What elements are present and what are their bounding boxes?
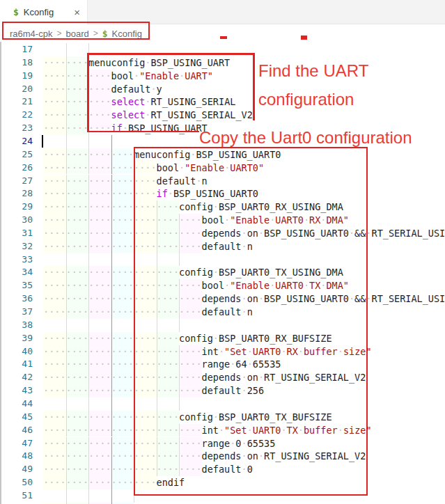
code-line[interactable]: 20············default·y (0, 83, 445, 96)
line-number: 25 (0, 148, 33, 162)
code-text: ············if·BSP_USING_UART (43, 122, 208, 135)
vscode-window: $ Kconfig × ra6m4-cpk > board > $ Kconfi… (0, 0, 445, 504)
close-tab-icon[interactable]: × (74, 7, 80, 17)
line-number: 22 (0, 109, 33, 122)
annotation-text-find: Find the UART configuration (258, 56, 368, 113)
breadcrumb-item-board[interactable]: board (65, 29, 88, 39)
indent-guide (66, 319, 67, 332)
line-number: 46 (0, 424, 33, 437)
indent-guide (66, 489, 67, 503)
code-line[interactable]: 22············select·RT_USING_SERIAL_V2 (0, 109, 445, 122)
line-number: 23 (0, 122, 33, 135)
line-number: 34 (0, 266, 33, 279)
annotation-text-find-line1: Find the UART (258, 56, 368, 85)
line-number: 47 (0, 437, 33, 450)
annotation-remnant (220, 36, 227, 39)
indent-guide (111, 489, 112, 503)
line-number: 39 (0, 332, 33, 345)
line-number: 49 (0, 463, 33, 476)
line-number: 51 (0, 489, 33, 503)
chevron-right-icon: > (93, 29, 98, 38)
line-number: 37 (0, 306, 33, 319)
indent-guide (88, 489, 89, 503)
line-number: 29 (0, 200, 33, 214)
code-text: ········menuconfig·BSP_USING_UART (43, 56, 230, 70)
line-number: 43 (0, 384, 33, 397)
code-text: ············default·y (43, 83, 162, 96)
indent-guide (66, 253, 67, 267)
line-number: 41 (0, 358, 33, 371)
line-number: 44 (0, 397, 33, 411)
code-line[interactable]: 18········menuconfig·BSP_USING_UART (0, 56, 445, 70)
indent-guide (111, 319, 112, 332)
indent-guide (111, 253, 112, 267)
tab-kconfig[interactable]: $ Kconfig × (0, 0, 88, 24)
indent-guide (88, 135, 89, 148)
annotation-box-uart0 (134, 147, 368, 496)
line-number: 24 (0, 135, 33, 148)
code-text: ············bool·"Enable·UART" (43, 70, 213, 83)
line-number: 30 (0, 214, 33, 227)
line-number: 36 (0, 292, 33, 306)
breadcrumb: ra6m4-cpk > board > $ Kconfig (0, 25, 445, 42)
annotation-box-uart-bottom (87, 131, 199, 133)
line-number: 40 (0, 345, 33, 359)
line-number: 19 (0, 70, 33, 83)
annotation-box-uart-right (253, 53, 255, 120)
line-number: 45 (0, 411, 33, 424)
kconfig-language-icon: $ (13, 7, 19, 17)
annotation-box-uart-left (87, 53, 89, 132)
code-text: ············select·RT_USING_SERIAL_V2 (43, 109, 253, 122)
line-number: 32 (0, 240, 33, 253)
annotation-text-find-line2: configuration (258, 85, 368, 113)
line-number: 28 (0, 187, 33, 200)
line-number: 21 (0, 95, 33, 109)
code-line[interactable]: 21············select·RT_USING_SERIAL (0, 95, 445, 109)
kconfig-language-icon: $ (102, 29, 108, 39)
line-number: 48 (0, 450, 33, 463)
annotation-box-uart-top (87, 53, 255, 55)
breadcrumb-item-project[interactable]: ra6m4-cpk (10, 29, 52, 39)
annotation-text-copy: Copy the Uart0 configuration (199, 128, 412, 148)
line-number: 18 (0, 56, 33, 70)
code-text: ············select·RT_USING_SERIAL (43, 95, 235, 109)
indent-guide (88, 253, 89, 267)
indent-guide (66, 397, 67, 411)
breadcrumb-item-file[interactable]: Kconfig (112, 29, 142, 39)
code-line[interactable]: 19············bool·"Enable·UART" (0, 70, 445, 83)
indent-guide (66, 43, 67, 56)
line-number: 33 (0, 253, 33, 267)
line-number: 42 (0, 371, 33, 384)
line-number: 31 (0, 227, 33, 240)
tab-title: Kconfig (24, 7, 54, 17)
indent-guide (111, 135, 112, 148)
line-number: 27 (0, 175, 33, 188)
line-number: 50 (0, 476, 33, 489)
indent-guide (88, 319, 89, 332)
tab-bar: $ Kconfig × (0, 0, 445, 24)
line-number: 20 (0, 83, 33, 96)
line-number: 17 (0, 43, 33, 56)
annotation-remnant (301, 36, 307, 40)
chevron-right-icon: > (56, 29, 61, 38)
indent-guide (111, 397, 112, 411)
line-number: 26 (0, 162, 33, 175)
line-number: 38 (0, 319, 33, 332)
indent-guide (88, 397, 89, 411)
text-cursor (42, 135, 43, 148)
line-number: 35 (0, 279, 33, 292)
indent-guide (66, 135, 67, 148)
